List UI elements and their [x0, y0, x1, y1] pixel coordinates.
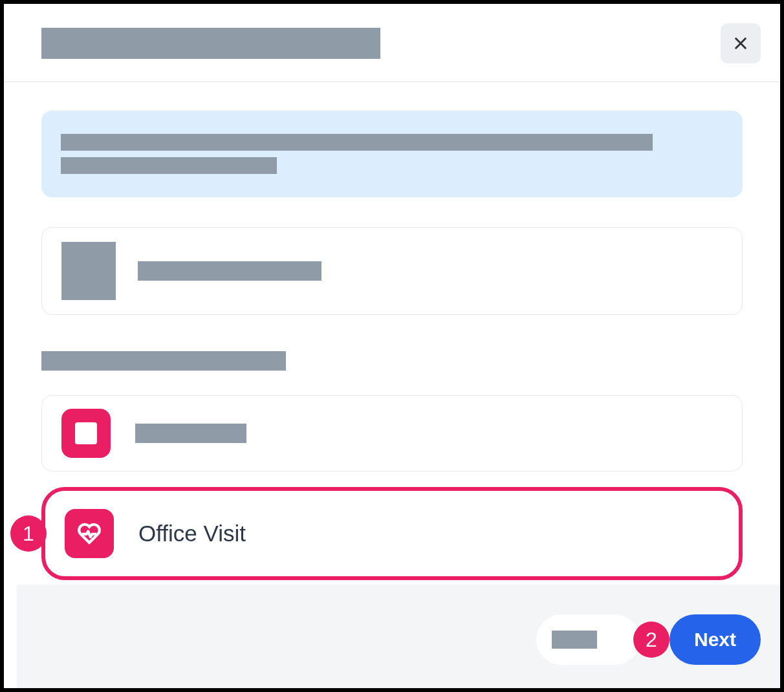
info-banner [41, 111, 743, 197]
summary-card-text [138, 261, 321, 281]
close-icon [732, 34, 750, 52]
option-1-label [135, 424, 246, 443]
option-card-office-visit[interactable]: 1 Office Visit [41, 487, 743, 580]
option-card-1[interactable] [41, 395, 743, 471]
dialog-footer: 2 Next [17, 585, 780, 688]
dialog-header [4, 4, 780, 82]
back-button-label [552, 631, 597, 649]
banner-text-line-2 [61, 157, 277, 174]
back-button[interactable] [536, 614, 640, 665]
dialog-content: 1 Office Visit [4, 82, 780, 580]
heart-pulse-icon [76, 520, 103, 547]
callout-badge-2: 2 [633, 622, 670, 658]
dialog-title [41, 28, 380, 59]
banner-text-line-1 [61, 134, 653, 151]
close-button[interactable] [721, 23, 761, 63]
callout-badge-1: 1 [10, 515, 47, 552]
summary-card[interactable] [41, 227, 743, 315]
next-button[interactable]: Next [670, 614, 761, 665]
option-office-visit-label: Office Visit [138, 521, 246, 546]
section-heading [41, 351, 286, 371]
summary-card-icon [61, 242, 116, 300]
square-icon [75, 422, 97, 444]
option-office-visit-icon-box [65, 509, 114, 558]
option-1-icon-box [61, 409, 111, 458]
